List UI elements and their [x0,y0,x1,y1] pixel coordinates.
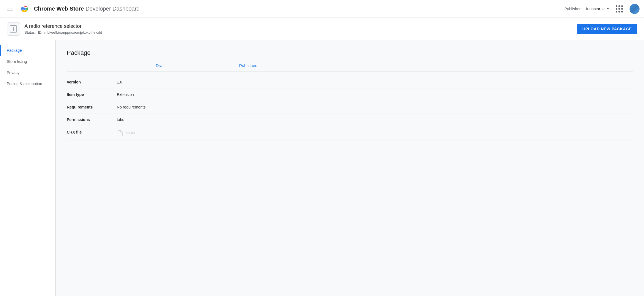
item-type-row: Item type Extension [67,88,633,101]
app-name-bold: Chrome Web Store [34,6,84,12]
status-label: Status: [24,30,36,34]
permissions-value: tabs [117,117,200,122]
upload-new-package-button[interactable]: UPLOAD NEW PACKAGE [577,24,637,34]
draft-heading: Draft [156,63,165,68]
extension-details: A radio reference selector Status: ID: i… [24,23,102,34]
extension-id: ID: imbkeeIbioanppnoaomjpkokolhincdd [38,30,102,34]
permissions-row: Permissions tabs [67,114,633,126]
requirements-label: Requirements [67,105,117,109]
draft-col-header: Draft [156,63,239,68]
published-heading: Published [239,63,257,68]
sidebar-item-pricing-distribution[interactable]: Pricing & distribution [0,78,55,89]
chrome-logo [19,4,29,14]
extension-status: Status: ID: imbkeeIbioanppnoaomjpkokolhi… [24,30,102,34]
crx-file-value: crx file [117,130,200,137]
content-area: Package Draft Published Version 1.0 Item… [56,40,644,296]
page-title: Package [67,49,633,56]
header-left: Chrome Web Store Developer Dashboard [4,4,564,14]
chevron-down-icon [607,8,609,9]
extension-icon [7,22,20,36]
published-col-header: Published [239,63,633,68]
crx-file-row: CRX file crx file [67,126,633,141]
main-layout: Package Store listing Privacy Pricing & … [0,40,644,296]
extension-bar: A radio reference selector Status: ID: i… [0,18,644,40]
item-type-value: Extension [117,92,200,97]
sidebar: Package Store listing Privacy Pricing & … [0,40,56,296]
crx-file-content: crx file [117,130,200,137]
app-header: Chrome Web Store Developer Dashboard Pub… [0,0,644,18]
avatar[interactable] [630,4,640,14]
header-title: Chrome Web Store Developer Dashboard [34,6,140,12]
requirements-row: Requirements No requirements [67,101,633,114]
extension-name: A radio reference selector [24,23,102,29]
sidebar-item-store-listing[interactable]: Store listing [0,56,55,67]
label-col-header [67,63,156,68]
item-type-label: Item type [67,92,117,97]
app-name-light: Developer Dashboard [86,6,140,12]
sidebar-item-package[interactable]: Package [0,45,55,56]
publisher-name[interactable]: funastor-se [586,7,609,11]
version-value: 1.0 [117,80,200,84]
crx-file-label: CRX file [67,130,117,134]
requirements-value: No requirements [117,105,200,109]
extension-info: A radio reference selector Status: ID: i… [7,22,102,36]
publisher-label: Publisher: [564,7,582,11]
version-label: Version [67,80,117,84]
menu-icon[interactable] [4,4,15,13]
sidebar-item-privacy[interactable]: Privacy [0,67,55,78]
svg-point-2 [23,8,26,10]
header-right: Publisher: funastor-se [564,3,640,15]
apps-grid-icon[interactable] [613,3,625,15]
permissions-label: Permissions [67,117,117,122]
package-column-headers: Draft Published [67,63,633,71]
version-row: Version 1.0 [67,76,633,88]
